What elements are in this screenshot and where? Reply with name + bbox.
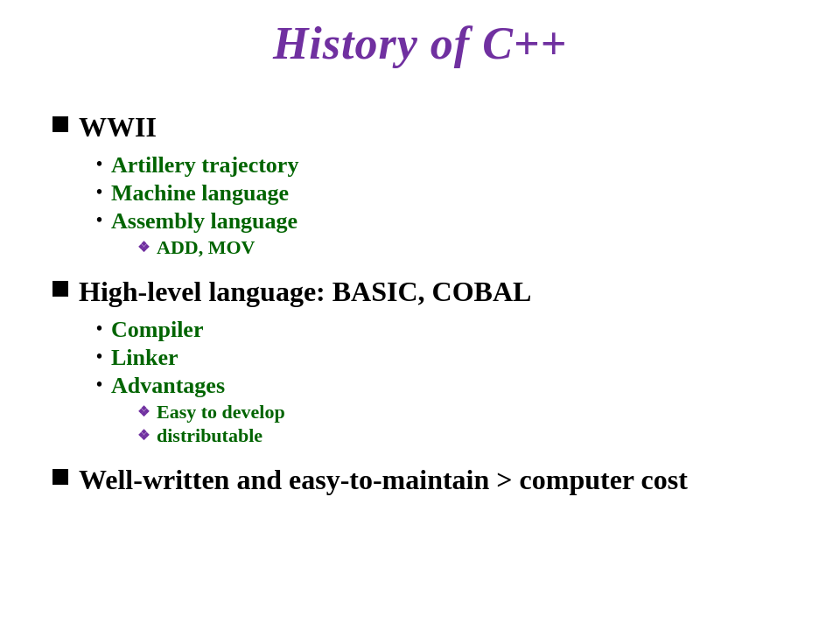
section-well-written-label: Well-written and easy-to-maintain > comp…: [79, 464, 688, 496]
list-item-text: Linker: [111, 345, 178, 371]
assembly-sublist: ADD, MOV: [111, 236, 298, 259]
section-wwii: WWII: [52, 111, 805, 144]
section-well-written: Well-written and easy-to-maintain > comp…: [52, 464, 805, 496]
list-item-text: Machine language: [111, 180, 289, 206]
list-item-text: Advantages: [111, 373, 225, 398]
list-item-text: Compiler: [111, 317, 203, 343]
list-item: distributable: [137, 424, 285, 447]
list-item: Assembly language ADD, MOV: [96, 208, 805, 260]
list-item-text: ADD, MOV: [157, 236, 255, 259]
bullet-square-high-level: [52, 281, 68, 297]
slide-title: History of C++: [35, 18, 805, 69]
list-item: ADD, MOV: [137, 236, 298, 259]
wwii-sublist: Artillery trajectory Machine language As…: [52, 152, 805, 260]
section-wwii-label: WWII: [79, 111, 157, 144]
distributable-text: distributable: [157, 424, 262, 447]
list-item-text: Artillery trajectory: [111, 152, 298, 178]
advantages-sublist: Easy to develop distributable: [111, 401, 285, 447]
list-item-text: Assembly language: [111, 208, 298, 234]
bullet-square-wwii: [52, 116, 68, 132]
bullet-square-well-written: [52, 469, 68, 485]
list-item-with-sub: Assembly language ADD, MOV: [111, 208, 298, 260]
section-high-level-label: High-level language: BASIC, COBAL: [79, 276, 531, 308]
list-item: Artillery trajectory: [96, 152, 805, 178]
easy-to-develop-text: Easy to develop: [157, 401, 285, 424]
list-item: Easy to develop: [137, 401, 285, 424]
section-high-level: High-level language: BASIC, COBAL: [52, 276, 805, 308]
list-item: Linker: [96, 345, 805, 371]
list-item: Advantages Easy to develop distributable: [96, 373, 805, 448]
list-item: Compiler: [96, 317, 805, 343]
list-item-with-sub: Advantages Easy to develop distributable: [111, 373, 285, 448]
high-level-sublist: Compiler Linker Advantages Easy to devel…: [52, 317, 805, 448]
list-item: Machine language: [96, 180, 805, 206]
slide: History of C++ WWII Artillery trajectory…: [0, 0, 840, 630]
slide-content: WWII Artillery trajectory Machine langua…: [35, 95, 805, 505]
